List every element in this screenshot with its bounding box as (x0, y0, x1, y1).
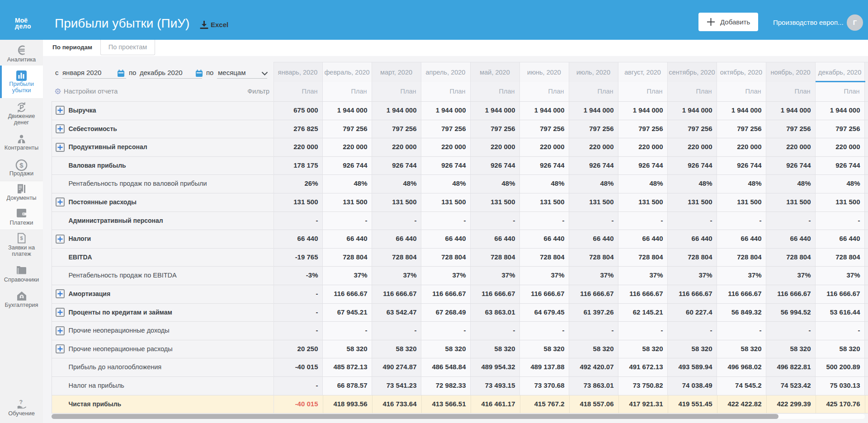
svg-text:$: $ (19, 161, 24, 169)
svg-text:$: $ (20, 235, 23, 241)
svg-text:?: ? (19, 399, 23, 405)
